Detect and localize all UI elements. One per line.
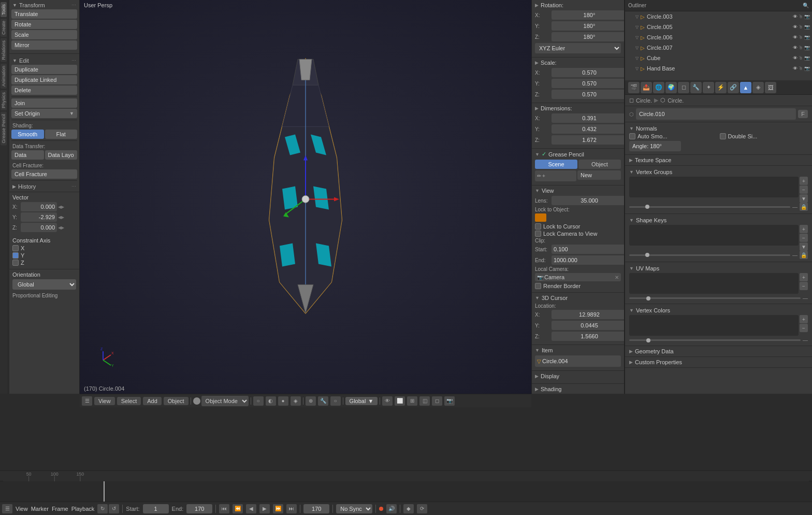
tab-physics[interactable]: Physics: [1, 90, 7, 110]
angle-input[interactable]: [629, 141, 681, 151]
duplicate-linked-button[interactable]: Duplicate Linked: [11, 75, 77, 84]
camera-icon[interactable]: 📷: [444, 396, 455, 406]
smooth-button[interactable]: Smooth: [11, 130, 44, 139]
viewport-canvas[interactable]: X Y Z: [80, 0, 531, 394]
geometry-data-header[interactable]: ▶ Geometry Data: [625, 346, 812, 357]
vector-z-input[interactable]: [21, 223, 57, 232]
eye-icon1[interactable]: 👁: [793, 14, 798, 19]
viewport-shading-icon2[interactable]: ◐: [266, 396, 276, 406]
dim-y-input[interactable]: [552, 124, 625, 134]
viewport-shading-icon4[interactable]: ◈: [291, 396, 301, 406]
camera-clear-icon[interactable]: ✕: [615, 275, 619, 280]
world-props-icon[interactable]: 🌍: [665, 82, 677, 93]
object-name-input[interactable]: [636, 108, 796, 120]
play-reverse-icon[interactable]: ◀: [246, 504, 256, 513]
show-hide-icon[interactable]: 👁: [382, 396, 393, 406]
pointer-icon5[interactable]: 🖱: [799, 55, 803, 61]
sk-lock-btn[interactable]: 🔒: [800, 251, 808, 259]
orientation-select[interactable]: Global: [12, 279, 76, 290]
uv-add-btn[interactable]: +: [800, 273, 808, 281]
scale-x-input[interactable]: [552, 68, 625, 77]
sk-add-btn[interactable]: +: [800, 225, 808, 233]
texture-props-icon[interactable]: 🖼: [765, 82, 776, 93]
particles-props-icon[interactable]: ✦: [703, 82, 714, 93]
gp-scene-tab[interactable]: Scene: [535, 160, 577, 169]
viewport-shading-icon1[interactable]: ○: [253, 396, 264, 406]
lens-input[interactable]: [552, 196, 625, 205]
scale-button[interactable]: Scale: [11, 30, 77, 39]
double-sided-checkbox[interactable]: [720, 133, 726, 139]
vector-y-input[interactable]: [21, 212, 57, 222]
vg-special-btn[interactable]: ▼: [800, 194, 808, 203]
render-props-icon[interactable]: 🎬: [628, 82, 640, 93]
vg-add-btn[interactable]: +: [800, 177, 808, 185]
uv-remove-btn[interactable]: −: [800, 282, 808, 290]
item-name-input[interactable]: [542, 356, 619, 366]
eye-icon2[interactable]: 👁: [793, 24, 798, 30]
xray-icon[interactable]: ◻: [432, 396, 442, 406]
scene-props-icon[interactable]: 🌐: [653, 82, 664, 93]
object-data-props-icon[interactable]: ▲: [740, 82, 751, 93]
tab-create[interactable]: Create: [1, 19, 7, 37]
render-icon2[interactable]: 📷: [804, 24, 810, 30]
no-sync-select[interactable]: No Sync: [336, 504, 372, 513]
pointer-icon4[interactable]: 🖱: [799, 45, 803, 50]
custom-properties-header[interactable]: ▶ Custom Properties: [625, 357, 812, 368]
uv-slider[interactable]: [629, 297, 801, 299]
pointer-icon6[interactable]: 🖱: [799, 66, 803, 71]
mirror-button[interactable]: Mirror: [11, 40, 77, 50]
shape-keys-slider[interactable]: [629, 254, 790, 256]
render-icon1[interactable]: 📷: [804, 14, 810, 19]
btb-marker-btn[interactable]: Marker: [31, 506, 49, 512]
tab-grease-pencil[interactable]: Grease Pencil: [1, 112, 7, 146]
physics-props-icon[interactable]: ⚡: [715, 82, 727, 93]
cursor-z-input[interactable]: [552, 332, 625, 341]
prev-frame-icon[interactable]: ⏪: [233, 504, 243, 513]
rotate-button[interactable]: Rotate: [11, 20, 77, 29]
vc-slider[interactable]: [629, 339, 801, 341]
gp-new-button[interactable]: New: [577, 170, 621, 180]
sk-special-btn[interactable]: ▼: [800, 242, 808, 251]
eye-icon5[interactable]: 👁: [793, 55, 798, 61]
scale-y-input[interactable]: [552, 79, 625, 88]
tab-tools[interactable]: Tools: [1, 2, 7, 17]
outliner-search-icon[interactable]: 🔍: [803, 3, 809, 8]
btb-start-input[interactable]: [143, 504, 169, 513]
cell-fracture-button[interactable]: Cell Fracture: [11, 169, 77, 179]
sync-icon[interactable]: ⟳: [417, 504, 427, 513]
auto-smooth-checkbox[interactable]: [629, 133, 635, 139]
eye-icon3[interactable]: 👁: [793, 35, 798, 40]
constraint-y-checkbox[interactable]: [12, 252, 19, 259]
pivot-icon[interactable]: ⊕: [306, 396, 316, 406]
material-props-icon[interactable]: ◈: [752, 82, 764, 93]
prop-edit-icon[interactable]: ○: [330, 396, 341, 406]
vc-add-btn[interactable]: +: [800, 315, 808, 323]
rotation-z-input[interactable]: [552, 32, 625, 41]
delete-button[interactable]: Delete: [11, 85, 77, 95]
vc-remove-btn[interactable]: −: [800, 324, 808, 332]
dim-z-input[interactable]: [552, 135, 625, 145]
vg-remove-btn[interactable]: −: [800, 185, 808, 194]
clip-end-input[interactable]: [552, 255, 625, 265]
cursor-y-input[interactable]: [552, 321, 625, 330]
sound-icon[interactable]: 🔊: [386, 504, 397, 513]
play-icon[interactable]: ▶: [259, 504, 270, 513]
btb-menu-icon[interactable]: ☰: [2, 504, 12, 513]
duplicate-button[interactable]: Duplicate: [11, 65, 77, 74]
rotation-x-input[interactable]: [552, 10, 625, 20]
viewport-menu-icon[interactable]: ☰: [82, 396, 92, 406]
outliner-item-circle006[interactable]: ▽ ▷ Circle.006 👁 🖱 📷: [625, 32, 812, 42]
constraint-x-checkbox[interactable]: [12, 245, 19, 251]
clip-start-input[interactable]: [552, 245, 625, 254]
grid-icon[interactable]: ⊞: [407, 396, 417, 406]
constraint-z-checkbox[interactable]: [12, 260, 19, 266]
lock-camera-checkbox[interactable]: [535, 231, 541, 237]
vector-x-input[interactable]: [21, 202, 57, 211]
render-border-checkbox[interactable]: [535, 283, 541, 289]
outliner-item-circle003[interactable]: ▽ ▷ Circle.003 👁 🖱 📷: [625, 11, 812, 22]
pointer-icon3[interactable]: 🖱: [799, 35, 803, 40]
select-btn[interactable]: Select: [117, 397, 141, 405]
render-icon6[interactable]: 📷: [804, 66, 810, 71]
outliner-item-circle007[interactable]: ▽ ▷ Circle.007 👁 🖱 📷: [625, 42, 812, 53]
skip-start-icon[interactable]: ⏮: [219, 504, 229, 513]
